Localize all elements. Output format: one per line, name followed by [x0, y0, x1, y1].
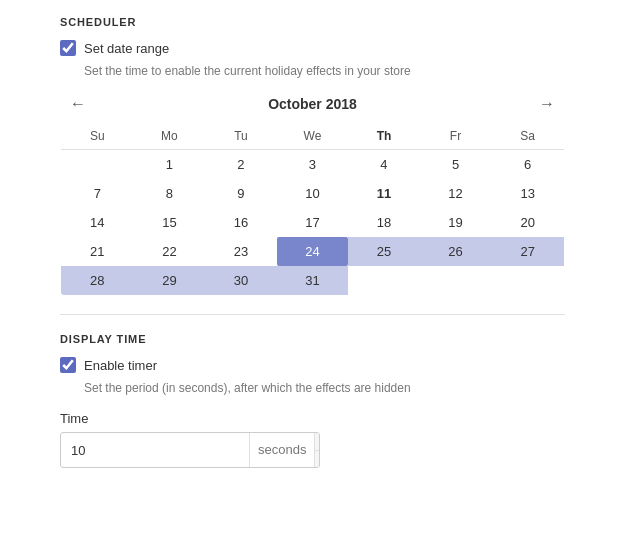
calendar-day[interactable]: 28 [61, 266, 134, 296]
calendar-day[interactable]: 11 [348, 179, 420, 208]
set-date-range-row: Set date range [60, 40, 565, 56]
display-time-title: DISPLAY TIME [60, 333, 565, 345]
calendar-day[interactable]: 18 [348, 208, 420, 237]
calendar-day[interactable]: 17 [277, 208, 349, 237]
calendar-day[interactable]: 23 [205, 237, 277, 266]
spin-buttons: ▲ ▼ [315, 433, 320, 467]
calendar-week-row: 21222324252627 [61, 237, 565, 266]
next-month-button[interactable]: → [533, 94, 561, 114]
calendar-day[interactable]: 5 [420, 150, 492, 180]
time-label: Time [60, 411, 565, 426]
set-date-range-checkbox[interactable] [60, 40, 76, 56]
calendar-day[interactable]: 20 [491, 208, 564, 237]
section-divider [60, 314, 565, 315]
calendar-day[interactable]: 6 [491, 150, 564, 180]
calendar-day[interactable]: 14 [61, 208, 134, 237]
calendar-day[interactable]: 7 [61, 179, 134, 208]
calendar-day[interactable]: 3 [277, 150, 349, 180]
weekday-th: Th [348, 123, 420, 150]
calendar-day [491, 266, 564, 296]
calendar-day[interactable]: 30 [205, 266, 277, 296]
calendar-day[interactable]: 10 [277, 179, 349, 208]
calendar-day[interactable]: 9 [205, 179, 277, 208]
scheduler-title: SCHEDULER [60, 16, 565, 28]
calendar-day[interactable]: 25 [348, 237, 420, 266]
weekday-fr: Fr [420, 123, 492, 150]
calendar-day[interactable]: 31 [277, 266, 349, 296]
calendar-week-row: 78910111213 [61, 179, 565, 208]
enable-timer-label: Enable timer [84, 358, 157, 373]
weekday-we: We [277, 123, 349, 150]
calendar-day[interactable]: 12 [420, 179, 492, 208]
spin-up-button[interactable]: ▲ [315, 433, 320, 451]
weekday-mo: Mo [134, 123, 206, 150]
calendar-day[interactable]: 13 [491, 179, 564, 208]
weekday-su: Su [61, 123, 134, 150]
weekday-tu: Tu [205, 123, 277, 150]
calendar-day[interactable]: 21 [61, 237, 134, 266]
calendar-day [420, 266, 492, 296]
prev-month-button[interactable]: ← [64, 94, 92, 114]
calendar-day[interactable]: 26 [420, 237, 492, 266]
calendar-day[interactable]: 4 [348, 150, 420, 180]
calendar-day [348, 266, 420, 296]
calendar-day[interactable]: 8 [134, 179, 206, 208]
calendar-week-row: 123456 [61, 150, 565, 180]
calendar-day[interactable]: 22 [134, 237, 206, 266]
calendar-header-row: Su Mo Tu We Th Fr Sa [61, 123, 565, 150]
calendar-week-row: 28293031 [61, 266, 565, 296]
time-input[interactable] [61, 436, 249, 465]
calendar-day[interactable]: 27 [491, 237, 564, 266]
calendar-day[interactable]: 1 [134, 150, 206, 180]
enable-timer-row: Enable timer [60, 357, 565, 373]
calendar-nav: ← October 2018 → [60, 94, 565, 114]
spin-down-button[interactable]: ▼ [315, 451, 320, 468]
time-unit: seconds [249, 433, 315, 467]
calendar-day[interactable]: 15 [134, 208, 206, 237]
enable-timer-checkbox[interactable] [60, 357, 76, 373]
scheduler-section: SCHEDULER Set date range Set the time to… [60, 16, 565, 296]
calendar-month-title: October 2018 [268, 96, 357, 112]
calendar-day[interactable]: 19 [420, 208, 492, 237]
display-time-description: Set the period (in seconds), after which… [84, 379, 565, 397]
calendar-day[interactable]: 2 [205, 150, 277, 180]
calendar-table: Su Mo Tu We Th Fr Sa 1234567891011121314… [60, 122, 565, 296]
main-container: SCHEDULER Set date range Set the time to… [0, 0, 625, 484]
scheduler-description: Set the time to enable the current holid… [84, 62, 565, 80]
calendar-day[interactable]: 24 [277, 237, 349, 266]
display-time-section: DISPLAY TIME Enable timer Set the period… [60, 333, 565, 468]
weekday-sa: Sa [491, 123, 564, 150]
time-input-row: seconds ▲ ▼ [60, 432, 320, 468]
calendar-day[interactable]: 16 [205, 208, 277, 237]
calendar-day[interactable]: 29 [134, 266, 206, 296]
calendar-week-row: 14151617181920 [61, 208, 565, 237]
calendar-day [61, 150, 134, 180]
set-date-range-label: Set date range [84, 41, 169, 56]
